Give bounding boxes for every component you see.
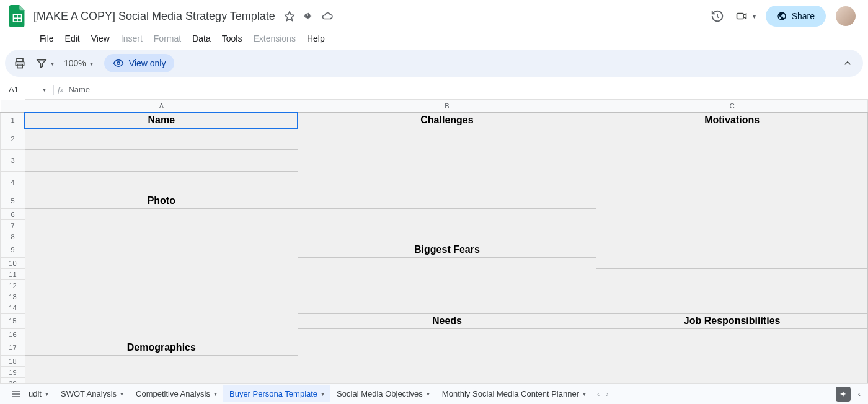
cell[interactable] [596,329,868,389]
menu-tools[interactable]: Tools [217,31,247,46]
sheet-tab-competitive[interactable]: Competitive Analysis▾ [130,385,223,402]
collapse-toolbar-button[interactable] [836,54,859,72]
plus-icon: ✦ [839,389,847,399]
sheets-logo[interactable] [5,4,30,29]
print-button[interactable] [9,53,31,73]
menu-file[interactable]: File [35,31,59,46]
cell-B15[interactable]: Needs [298,314,596,329]
row-header[interactable]: 5 [1,193,25,209]
cell-B1[interactable]: Challenges [298,113,596,128]
col-header-C[interactable]: C [596,100,868,113]
svg-rect-1 [14,15,17,17]
explore-button[interactable]: ✦ [836,387,851,402]
side-panel-toggle[interactable]: ‹ [854,387,864,401]
row-header[interactable]: 10 [1,258,25,269]
cell[interactable] [25,150,298,172]
name-box[interactable]: A1 ▾ [5,85,50,94]
cell-A1[interactable]: Name [25,113,298,128]
select-all-corner[interactable] [1,100,25,113]
chevron-down-icon: ▾ [321,390,324,397]
chevron-down-icon: ▾ [120,390,123,397]
star-icon[interactable] [284,11,295,22]
svg-rect-4 [18,19,21,21]
menu-format: Format [149,31,186,46]
sheet-tab-bar: udit▾ SWOT Analysis▾ Competitive Analysi… [0,383,868,404]
toolbar: 100% View only [5,50,863,77]
row-header[interactable]: 16 [1,329,25,340]
cell-C15[interactable]: Job Responsibilities [596,314,868,329]
chevron-down-icon: ▾ [45,390,48,397]
tab-scroll-left[interactable]: ‹ [597,389,600,398]
sheet-tab-objectives[interactable]: Social Media Objectives▾ [330,385,436,402]
menu-view[interactable]: View [86,31,115,46]
row-header[interactable]: 7 [1,220,25,231]
chevron-down-icon: ▾ [583,390,586,397]
row-header[interactable]: 8 [1,231,25,242]
sheet-tab-swot[interactable]: SWOT Analysis▾ [55,385,130,402]
sheet-tab-partial[interactable]: udit▾ [29,385,55,402]
row-header[interactable]: 1 [1,113,25,128]
row-header[interactable]: 14 [1,302,25,314]
col-header-B[interactable]: B [298,100,596,113]
zoom-value: 100% [64,58,86,68]
name-box-value: A1 [9,85,19,94]
row-header[interactable]: 13 [1,291,25,302]
formula-bar[interactable]: Name [68,85,90,94]
menu-insert: Insert [116,31,148,46]
cell[interactable] [298,128,596,209]
menu-data[interactable]: Data [187,31,216,46]
row-header[interactable]: 18 [1,356,25,367]
cell[interactable] [298,209,596,242]
svg-rect-3 [14,19,17,21]
all-sheets-button[interactable] [4,385,29,403]
row-header[interactable]: 17 [1,340,25,356]
fx-icon: fx [58,85,63,95]
cell[interactable] [25,172,298,193]
account-avatar[interactable] [836,6,856,26]
doc-title[interactable]: [MAKE A COPY] Social Media Strategy Temp… [30,9,279,24]
cell[interactable] [25,128,298,150]
menu-help[interactable]: Help [302,31,330,46]
share-label: Share [792,11,815,21]
sheet-tab-content-planner[interactable]: Monthly Social Media Content Planner▾ [436,385,592,402]
menu-edit[interactable]: Edit [60,31,85,46]
svg-point-8 [117,62,120,65]
cell[interactable] [25,209,298,340]
row-header[interactable]: 6 [1,209,25,220]
cell-A5[interactable]: Photo [25,193,298,209]
row-header[interactable]: 19 [1,367,25,378]
tab-scroll-right[interactable]: › [606,389,608,398]
cloud-status-icon[interactable] [321,11,334,22]
cell-B9[interactable]: Biggest Fears [298,242,596,258]
row-header[interactable]: 2 [1,128,25,150]
zoom-select[interactable]: 100% [59,55,98,72]
menubar: File Edit View Insert Format Data Tools … [0,29,868,50]
filter-button[interactable] [31,54,59,72]
row-header[interactable]: 9 [1,242,25,258]
row-header[interactable]: 3 [1,150,25,172]
cell[interactable] [596,128,868,269]
cell-A17[interactable]: Demographics [25,340,298,356]
meet-icon[interactable] [734,11,756,22]
chevron-down-icon: ▾ [43,86,46,93]
chevron-down-icon: ▾ [214,390,217,397]
row-header[interactable]: 4 [1,172,25,193]
col-header-A[interactable]: A [25,100,298,113]
move-icon[interactable] [303,11,314,22]
spreadsheet-grid[interactable]: A B C 1 Name Challenges Motivations 2 3 … [0,99,868,389]
cell[interactable] [298,329,596,389]
view-only-pill[interactable]: View only [104,54,175,72]
cell-C1[interactable]: Motivations [596,113,868,128]
sheet-tab-buyer-persona[interactable]: Buyer Persona Template▾ [223,385,330,402]
row-header[interactable]: 11 [1,269,25,280]
cell[interactable] [298,258,596,314]
svg-rect-5 [737,14,743,19]
row-header[interactable]: 15 [1,314,25,329]
cell[interactable] [596,269,868,314]
row-header[interactable]: 12 [1,280,25,291]
svg-rect-2 [18,15,21,17]
chevron-down-icon: ▾ [427,390,430,397]
share-button[interactable]: Share [766,6,826,27]
menu-extensions: Extensions [248,31,300,46]
history-icon[interactable] [711,9,724,23]
